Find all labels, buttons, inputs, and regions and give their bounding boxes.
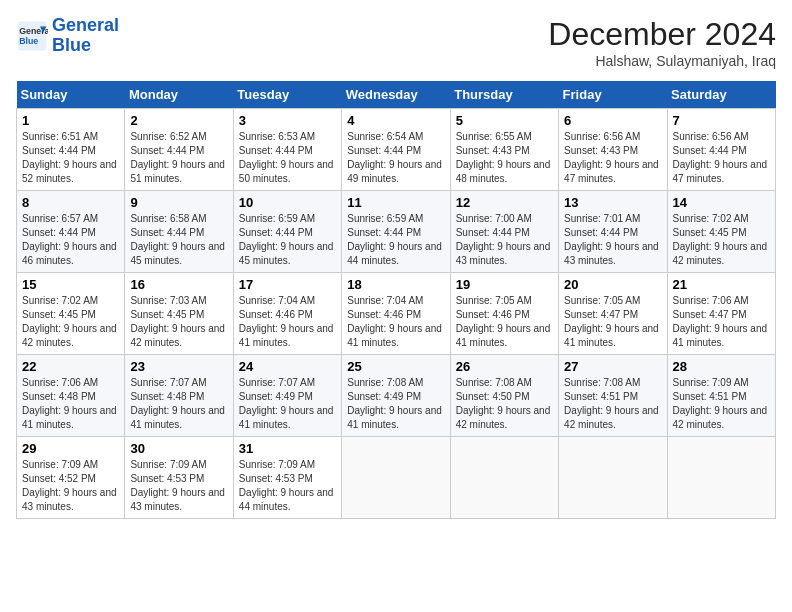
day-number: 7 — [673, 113, 770, 128]
day-info: Sunrise: 7:09 AM Sunset: 4:53 PM Dayligh… — [130, 458, 227, 514]
calendar-cell: 1Sunrise: 6:51 AM Sunset: 4:44 PM Daylig… — [17, 109, 125, 191]
calendar-week-row: 15Sunrise: 7:02 AM Sunset: 4:45 PM Dayli… — [17, 273, 776, 355]
logo-text: GeneralBlue — [52, 16, 119, 56]
svg-text:Blue: Blue — [19, 36, 38, 46]
day-number: 14 — [673, 195, 770, 210]
day-info: Sunrise: 6:56 AM Sunset: 4:44 PM Dayligh… — [673, 130, 770, 186]
calendar-cell: 21Sunrise: 7:06 AM Sunset: 4:47 PM Dayli… — [667, 273, 775, 355]
calendar-week-row: 22Sunrise: 7:06 AM Sunset: 4:48 PM Dayli… — [17, 355, 776, 437]
day-number: 3 — [239, 113, 336, 128]
day-number: 9 — [130, 195, 227, 210]
calendar-cell: 4Sunrise: 6:54 AM Sunset: 4:44 PM Daylig… — [342, 109, 450, 191]
day-info: Sunrise: 6:58 AM Sunset: 4:44 PM Dayligh… — [130, 212, 227, 268]
day-info: Sunrise: 6:54 AM Sunset: 4:44 PM Dayligh… — [347, 130, 444, 186]
day-info: Sunrise: 7:09 AM Sunset: 4:52 PM Dayligh… — [22, 458, 119, 514]
day-number: 13 — [564, 195, 661, 210]
calendar-cell: 6Sunrise: 6:56 AM Sunset: 4:43 PM Daylig… — [559, 109, 667, 191]
weekday-header: Monday — [125, 81, 233, 109]
day-number: 26 — [456, 359, 553, 374]
day-number: 31 — [239, 441, 336, 456]
day-info: Sunrise: 6:55 AM Sunset: 4:43 PM Dayligh… — [456, 130, 553, 186]
calendar-cell: 3Sunrise: 6:53 AM Sunset: 4:44 PM Daylig… — [233, 109, 341, 191]
logo-icon: General Blue — [16, 20, 48, 52]
calendar-table: SundayMondayTuesdayWednesdayThursdayFrid… — [16, 81, 776, 519]
day-number: 12 — [456, 195, 553, 210]
day-number: 22 — [22, 359, 119, 374]
day-info: Sunrise: 7:05 AM Sunset: 4:46 PM Dayligh… — [456, 294, 553, 350]
calendar-cell: 14Sunrise: 7:02 AM Sunset: 4:45 PM Dayli… — [667, 191, 775, 273]
day-info: Sunrise: 7:09 AM Sunset: 4:53 PM Dayligh… — [239, 458, 336, 514]
calendar-cell: 8Sunrise: 6:57 AM Sunset: 4:44 PM Daylig… — [17, 191, 125, 273]
calendar-cell: 29Sunrise: 7:09 AM Sunset: 4:52 PM Dayli… — [17, 437, 125, 519]
day-number: 20 — [564, 277, 661, 292]
day-number: 21 — [673, 277, 770, 292]
month-title: December 2024 — [548, 16, 776, 53]
calendar-cell: 25Sunrise: 7:08 AM Sunset: 4:49 PM Dayli… — [342, 355, 450, 437]
day-info: Sunrise: 7:02 AM Sunset: 4:45 PM Dayligh… — [673, 212, 770, 268]
calendar-cell: 12Sunrise: 7:00 AM Sunset: 4:44 PM Dayli… — [450, 191, 558, 273]
calendar-cell — [342, 437, 450, 519]
day-number: 24 — [239, 359, 336, 374]
day-number: 19 — [456, 277, 553, 292]
calendar-cell: 13Sunrise: 7:01 AM Sunset: 4:44 PM Dayli… — [559, 191, 667, 273]
calendar-cell: 30Sunrise: 7:09 AM Sunset: 4:53 PM Dayli… — [125, 437, 233, 519]
calendar-cell: 22Sunrise: 7:06 AM Sunset: 4:48 PM Dayli… — [17, 355, 125, 437]
day-number: 29 — [22, 441, 119, 456]
calendar-cell — [450, 437, 558, 519]
day-number: 25 — [347, 359, 444, 374]
day-number: 28 — [673, 359, 770, 374]
day-number: 10 — [239, 195, 336, 210]
page-header: General Blue GeneralBlue December 2024 H… — [16, 16, 776, 69]
calendar-cell: 2Sunrise: 6:52 AM Sunset: 4:44 PM Daylig… — [125, 109, 233, 191]
day-info: Sunrise: 6:57 AM Sunset: 4:44 PM Dayligh… — [22, 212, 119, 268]
day-info: Sunrise: 7:03 AM Sunset: 4:45 PM Dayligh… — [130, 294, 227, 350]
day-info: Sunrise: 7:05 AM Sunset: 4:47 PM Dayligh… — [564, 294, 661, 350]
calendar-cell: 19Sunrise: 7:05 AM Sunset: 4:46 PM Dayli… — [450, 273, 558, 355]
day-number: 27 — [564, 359, 661, 374]
day-info: Sunrise: 6:59 AM Sunset: 4:44 PM Dayligh… — [239, 212, 336, 268]
day-number: 17 — [239, 277, 336, 292]
calendar-cell: 18Sunrise: 7:04 AM Sunset: 4:46 PM Dayli… — [342, 273, 450, 355]
title-block: December 2024 Halshaw, Sulaymaniyah, Ira… — [548, 16, 776, 69]
weekday-header: Tuesday — [233, 81, 341, 109]
day-number: 16 — [130, 277, 227, 292]
calendar-cell: 31Sunrise: 7:09 AM Sunset: 4:53 PM Dayli… — [233, 437, 341, 519]
weekday-header: Friday — [559, 81, 667, 109]
day-number: 15 — [22, 277, 119, 292]
day-number: 11 — [347, 195, 444, 210]
day-info: Sunrise: 7:04 AM Sunset: 4:46 PM Dayligh… — [239, 294, 336, 350]
day-info: Sunrise: 7:08 AM Sunset: 4:50 PM Dayligh… — [456, 376, 553, 432]
calendar-cell: 5Sunrise: 6:55 AM Sunset: 4:43 PM Daylig… — [450, 109, 558, 191]
calendar-cell: 9Sunrise: 6:58 AM Sunset: 4:44 PM Daylig… — [125, 191, 233, 273]
calendar-cell — [667, 437, 775, 519]
day-info: Sunrise: 7:00 AM Sunset: 4:44 PM Dayligh… — [456, 212, 553, 268]
calendar-cell: 11Sunrise: 6:59 AM Sunset: 4:44 PM Dayli… — [342, 191, 450, 273]
day-number: 23 — [130, 359, 227, 374]
day-number: 6 — [564, 113, 661, 128]
calendar-cell: 20Sunrise: 7:05 AM Sunset: 4:47 PM Dayli… — [559, 273, 667, 355]
calendar-cell: 16Sunrise: 7:03 AM Sunset: 4:45 PM Dayli… — [125, 273, 233, 355]
weekday-header: Wednesday — [342, 81, 450, 109]
calendar-cell: 7Sunrise: 6:56 AM Sunset: 4:44 PM Daylig… — [667, 109, 775, 191]
day-number: 1 — [22, 113, 119, 128]
day-number: 18 — [347, 277, 444, 292]
day-number: 4 — [347, 113, 444, 128]
day-info: Sunrise: 6:53 AM Sunset: 4:44 PM Dayligh… — [239, 130, 336, 186]
calendar-week-row: 1Sunrise: 6:51 AM Sunset: 4:44 PM Daylig… — [17, 109, 776, 191]
day-info: Sunrise: 7:01 AM Sunset: 4:44 PM Dayligh… — [564, 212, 661, 268]
calendar-cell: 23Sunrise: 7:07 AM Sunset: 4:48 PM Dayli… — [125, 355, 233, 437]
calendar-week-row: 29Sunrise: 7:09 AM Sunset: 4:52 PM Dayli… — [17, 437, 776, 519]
day-number: 2 — [130, 113, 227, 128]
weekday-header: Saturday — [667, 81, 775, 109]
weekday-header-row: SundayMondayTuesdayWednesdayThursdayFrid… — [17, 81, 776, 109]
calendar-cell: 27Sunrise: 7:08 AM Sunset: 4:51 PM Dayli… — [559, 355, 667, 437]
logo: General Blue GeneralBlue — [16, 16, 119, 56]
day-info: Sunrise: 6:56 AM Sunset: 4:43 PM Dayligh… — [564, 130, 661, 186]
day-info: Sunrise: 6:52 AM Sunset: 4:44 PM Dayligh… — [130, 130, 227, 186]
weekday-header: Sunday — [17, 81, 125, 109]
calendar-cell — [559, 437, 667, 519]
day-number: 30 — [130, 441, 227, 456]
weekday-header: Thursday — [450, 81, 558, 109]
day-info: Sunrise: 7:06 AM Sunset: 4:48 PM Dayligh… — [22, 376, 119, 432]
day-info: Sunrise: 7:07 AM Sunset: 4:48 PM Dayligh… — [130, 376, 227, 432]
